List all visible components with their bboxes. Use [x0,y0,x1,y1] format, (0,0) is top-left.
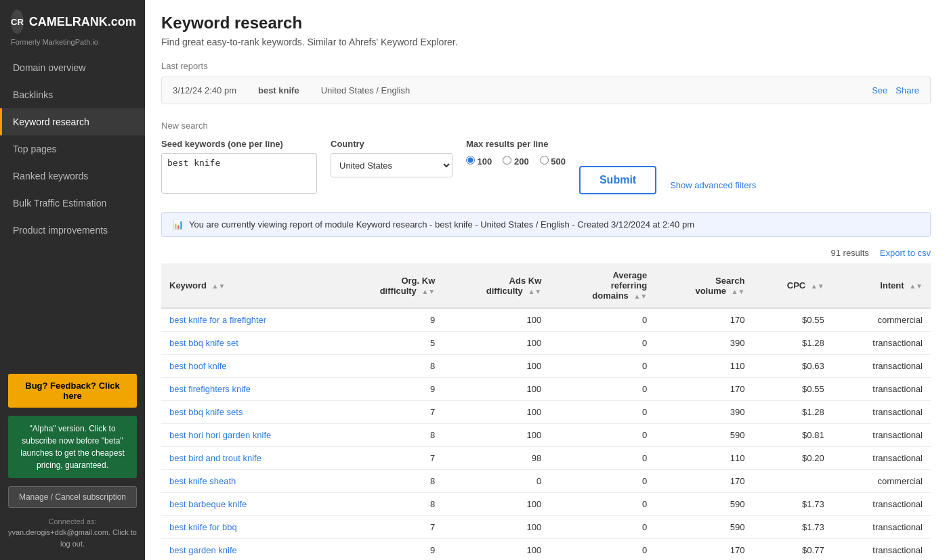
cell-cpc-2: $0.63 [753,355,832,378]
sidebar-item-keyword-research[interactable]: Keyword research [0,108,145,135]
last-report-see-link[interactable]: See [872,85,887,95]
cell-search-vol-3: 170 [655,378,753,401]
cell-ads-kw-7: 0 [443,470,549,493]
export-csv-link[interactable]: Export to csv [880,248,931,258]
sidebar-item-backlinks[interactable]: Backlinks [0,81,145,108]
cell-cpc-7 [753,470,832,493]
new-search-label: New search [161,121,931,131]
keyword-link-5[interactable]: best hori hori garden knife [169,430,271,440]
cell-search-vol-6: 110 [655,447,753,470]
page-title: Keyword research [161,14,931,33]
cell-ads-kw-3: 100 [443,378,549,401]
cell-search-vol-5: 590 [655,424,753,447]
sidebar-item-bulk-traffic[interactable]: Bulk Traffic Estimation [0,190,145,217]
cell-keyword-1: best bbq knife set [161,332,337,355]
cell-org-kw-2: 8 [337,355,443,378]
col-ads-kw[interactable]: Ads Kwdifficulty ▲▼ [443,263,549,308]
sidebar-item-product-improvements[interactable]: Product improvements [0,217,145,244]
cell-keyword-6: best bird and trout knife [161,447,337,470]
keyword-link-7[interactable]: best knife sheath [169,476,236,486]
cell-intent-9: transactional [833,516,931,539]
max-results-100[interactable]: 100 [466,156,492,167]
keyword-link-10[interactable]: best garden knife [169,545,237,555]
show-advanced-filters-link[interactable]: Show advanced filters [670,180,756,190]
cell-intent-1: transactional [833,332,931,355]
cell-intent-5: transactional [833,424,931,447]
keyword-link-6[interactable]: best bird and trout knife [169,453,261,463]
col-search-vol[interactable]: Searchvolume ▲▼ [655,263,753,308]
cell-ads-kw-8: 100 [443,493,549,516]
cell-org-kw-5: 8 [337,424,443,447]
col-cpc[interactable]: CPC ▲▼ [753,263,832,308]
max-results-200[interactable]: 200 [503,156,528,167]
report-banner: 📊 You are currently viewing report of mo… [161,212,931,237]
cell-intent-8: transactional [833,493,931,516]
col-avg-ref[interactable]: Averagereferringdomains ▲▼ [549,263,655,308]
cell-cpc-1: $1.28 [753,332,832,355]
bug-feedback-button[interactable]: Bug? Feedback? Click here [8,374,137,408]
report-banner-icon: 📊 [173,219,184,230]
keyword-link-4[interactable]: best bbq knife sets [169,407,243,417]
keyword-link-3[interactable]: best firefighters knife [169,384,251,394]
submit-button[interactable]: Submit [579,166,656,194]
cell-cpc-0: $0.55 [753,308,832,332]
last-reports-label: Last reports [161,61,931,71]
keyword-link-2[interactable]: best hoof knife [169,361,227,371]
connected-email[interactable]: yvan.derogis+ddk@gmail.com. Click to log… [8,528,137,548]
max-results-500[interactable]: 500 [540,156,566,167]
sidebar-formerly: Formerly MarketingPath.io [0,37,145,54]
results-table: Keyword ▲▼ Org. Kwdifficulty ▲▼ Ads Kwdi… [161,263,931,560]
cell-ads-kw-9: 100 [443,516,549,539]
country-select[interactable]: United States United Kingdom Canada Aust… [331,153,453,177]
cell-intent-0: commercial [833,308,931,332]
connected-as-label: Connected as: yvan.derogis+ddk@gmail.com… [8,516,137,550]
keyword-link-9[interactable]: best knife for bbq [169,522,237,532]
logo-text: CAMELRANK.com [29,15,136,29]
last-report-date: 3/12/24 2:40 pm [173,85,236,95]
cell-org-kw-1: 5 [337,332,443,355]
cell-org-kw-8: 8 [337,493,443,516]
sidebar-item-domain-overview[interactable]: Domain overview [0,54,145,81]
col-keyword[interactable]: Keyword ▲▼ [161,263,337,308]
manage-subscription-button[interactable]: Manage / Cancel subscription [8,486,137,508]
cell-search-vol-7: 170 [655,470,753,493]
cell-search-vol-9: 590 [655,516,753,539]
alpha-subscription-box[interactable]: "Alpha" version. Click to subscribe now … [8,416,137,478]
table-row: best barbeque knife 8 100 0 590 $1.73 tr… [161,493,931,516]
cell-search-vol-0: 170 [655,308,753,332]
cell-avg-ref-8: 0 [549,493,655,516]
table-row: best garden knife 9 100 0 170 $0.77 tran… [161,539,931,561]
cell-intent-6: transactional [833,447,931,470]
results-tbody: best knife for a firefighter 9 100 0 170… [161,308,931,560]
last-report-share-link[interactable]: Share [896,85,919,95]
keyword-link-8[interactable]: best barbeque knife [169,499,247,509]
table-row: best bird and trout knife 7 98 0 110 $0.… [161,447,931,470]
search-form: Seed keywords (one per line) best knife … [161,139,931,196]
last-report-location: United States / English [321,85,411,95]
country-label: Country [331,139,453,149]
seed-keywords-input[interactable]: best knife [161,153,317,194]
last-report-actions: See Share [872,85,919,95]
col-intent[interactable]: Intent ▲▼ [833,263,931,308]
keyword-link-0[interactable]: best knife for a firefighter [169,315,266,325]
col-org-kw[interactable]: Org. Kwdifficulty ▲▼ [337,263,443,308]
cell-keyword-9: best knife for bbq [161,516,337,539]
sidebar-item-top-pages[interactable]: Top pages [0,135,145,163]
page-subtitle: Find great easy-to-rank keywords. Simila… [161,37,931,47]
cell-org-kw-3: 9 [337,378,443,401]
sidebar-item-ranked-keywords[interactable]: Ranked keywords [0,163,145,190]
cell-keyword-8: best barbeque knife [161,493,337,516]
table-row: best knife sheath 8 0 0 170 commercial [161,470,931,493]
results-count: 91 results [830,248,868,258]
cell-avg-ref-7: 0 [549,470,655,493]
keyword-link-1[interactable]: best bbq knife set [169,338,238,348]
cell-cpc-4: $1.28 [753,401,832,424]
table-row: best firefighters knife 9 100 0 170 $0.5… [161,378,931,401]
cell-ads-kw-0: 100 [443,308,549,332]
cell-org-kw-4: 7 [337,401,443,424]
cell-intent-4: transactional [833,401,931,424]
table-row: best knife for a firefighter 9 100 0 170… [161,308,931,332]
cell-ads-kw-6: 98 [443,447,549,470]
sidebar-logo: CR CAMELRANK.com [0,0,145,37]
cell-org-kw-9: 7 [337,516,443,539]
